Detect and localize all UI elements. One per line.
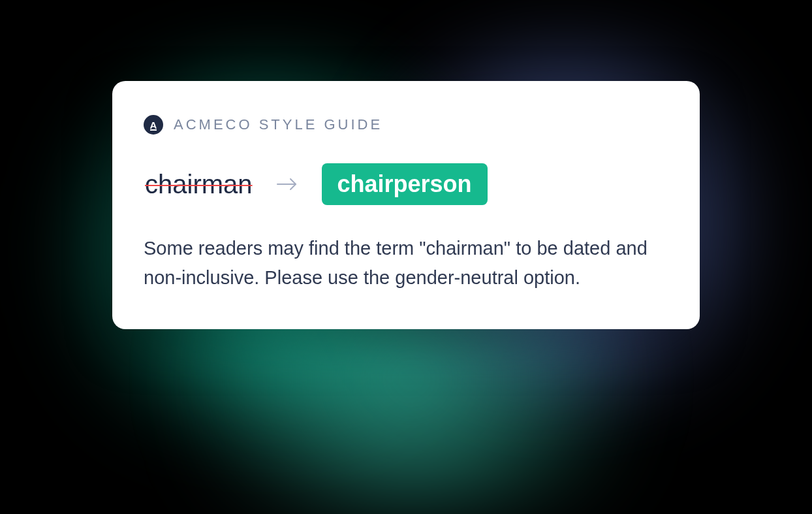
underline-icon <box>150 129 157 131</box>
explanation-text: Some readers may find the term "chairman… <box>144 234 668 293</box>
guide-title: ACMECO STYLE GUIDE <box>174 116 383 133</box>
term-suggestion-row: chairman chairperson <box>145 163 668 205</box>
brand-badge-letter: A <box>150 120 157 130</box>
original-term: chairman <box>145 170 253 199</box>
suggested-term: chairperson <box>322 163 488 205</box>
stage: A ACMECO STYLE GUIDE chairman chairperso… <box>0 0 812 514</box>
style-guide-card: A ACMECO STYLE GUIDE chairman chairperso… <box>112 81 700 329</box>
card-header: A ACMECO STYLE GUIDE <box>144 115 668 135</box>
arrow-right-icon <box>276 176 298 193</box>
brand-badge-icon: A <box>144 115 163 135</box>
